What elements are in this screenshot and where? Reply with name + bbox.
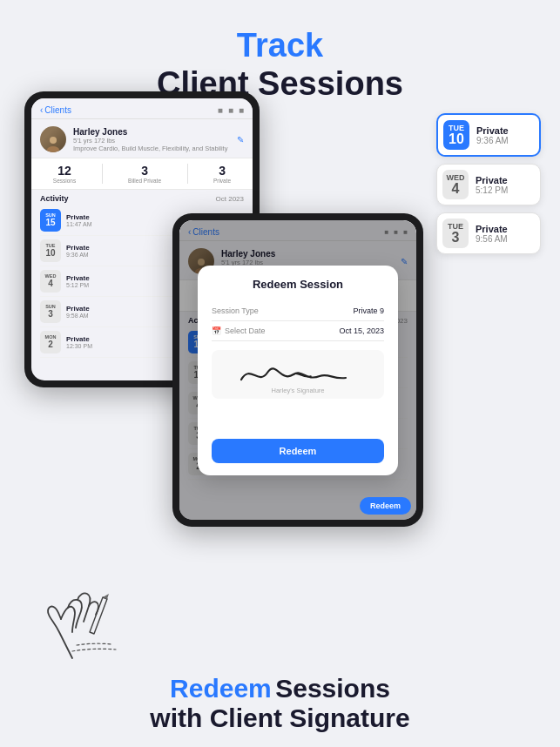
tablet-2-screen: ‹ Clients ■ ■ ■ Harley Jone [179, 220, 416, 520]
tablet-2: ‹ Clients ■ ■ ■ Harley Jone [172, 213, 423, 527]
session-card-1[interactable]: TUE 10 Private 9:36 AM [436, 113, 541, 157]
act-badge-1-3: WED 4 [40, 270, 61, 293]
svg-point-1 [47, 146, 59, 152]
session-type-field: Session Type Private 9 [212, 301, 384, 321]
stats-row-1: 12 Sessions 3 Billed Private 3 Private [31, 158, 253, 190]
session-info-2: Private 5:12 PM [476, 175, 508, 195]
session-cards-list: TUE 10 Private 9:36 AM WED 4 Private 5:1… [436, 113, 541, 254]
day-badge-1: TUE 10 [443, 120, 469, 150]
footer-line2: with Client Signature [0, 703, 560, 733]
more-icon: ■ [239, 105, 244, 115]
avatar-1 [40, 126, 66, 152]
redeem-modal: Redeem Session Session Type Private 9 📅 … [198, 266, 398, 475]
day-badge-3: TUE 3 [442, 219, 469, 248]
modal-title: Redeem Session [212, 278, 384, 291]
app-header-1: ‹ Clients ■ ■ ■ [31, 98, 253, 119]
app-icons-1: ■ ■ ■ [218, 105, 244, 115]
act-badge-1-1: SUN 15 [40, 209, 61, 232]
edit-icon-1[interactable]: ✎ [237, 135, 244, 145]
stat-billed: 3 Billed Private [128, 164, 161, 184]
date-field[interactable]: 📅 Select Date Oct 15, 2023 [212, 321, 384, 341]
client-details-1: Harley Jones 5'1 yrs 172 lbs Improve Car… [73, 127, 230, 152]
act-badge-1-5: MON 2 [40, 331, 61, 353]
stat-private: 3 Private [213, 164, 231, 184]
footer: Redeem Sessions with Client Signature [0, 674, 560, 733]
modal-overlay: Redeem Session Session Type Private 9 📅 … [179, 220, 416, 520]
client-info-1: Harley Jones 5'1 yrs 172 lbs Improve Car… [31, 119, 253, 158]
session-info-3: Private 9:56 AM [476, 224, 508, 244]
bar-chart-icon: ■ [228, 105, 233, 115]
day-badge-2: WED 4 [442, 170, 469, 199]
modal-spacer [212, 407, 384, 434]
signature-area[interactable]: Harley's Signature [212, 350, 384, 399]
back-button-1[interactable]: ‹ Clients [40, 105, 71, 115]
svg-point-0 [50, 137, 57, 144]
act-badge-1-4: SUN 3 [40, 300, 61, 323]
act-badge-1-2: TUE 10 [40, 239, 61, 262]
stat-sessions: 12 Sessions [53, 164, 76, 184]
session-card-3[interactable]: TUE 3 Private 9:56 AM [436, 212, 541, 254]
track-title: Track [0, 28, 560, 64]
footer-line1: Redeem Sessions [0, 674, 560, 703]
calendar-icon-modal: 📅 [212, 326, 221, 335]
calendar-icon: ■ [218, 105, 223, 115]
redeem-button[interactable]: Redeem [212, 439, 384, 463]
hand-drawing [24, 571, 138, 670]
activity-header-1: Activity Oct 2023 [31, 190, 253, 205]
fab-redeem[interactable]: Redeem [360, 497, 411, 515]
session-info-1: Private 9:36 AM [476, 125, 509, 145]
session-card-2[interactable]: WED 4 Private 5:12 PM [436, 164, 541, 205]
